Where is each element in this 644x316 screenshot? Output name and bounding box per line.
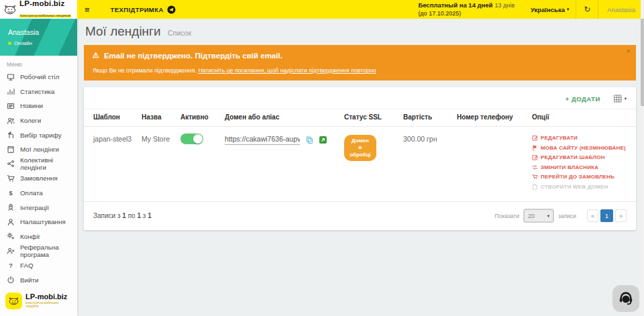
chart-icon — [7, 87, 15, 95]
cell-price: 300.00 грн — [399, 127, 453, 202]
orders-cart-icon — [7, 174, 15, 182]
topbar-main: ≡ ТЕХПІДТРИМКА Бесплатный на 14 дней13 д… — [77, 0, 644, 19]
support-link[interactable]: ТЕХПІДТРИМКА — [111, 5, 176, 14]
add-button-label: ДОДАТИ — [572, 95, 600, 103]
sidebar-item-integrations[interactable]: Інтеграції — [0, 200, 77, 215]
card-toolbar: + ДОДАТИ ▾ — [84, 87, 636, 109]
sidebar-item-label: Робочий стіл — [20, 73, 59, 81]
active-toggle[interactable] — [180, 134, 203, 144]
copy-domain-button[interactable] — [306, 136, 313, 144]
sidebar-item-referral[interactable]: Реферальна програма — [0, 244, 77, 258]
add-landing-button[interactable]: + ДОДАТИ — [566, 95, 600, 103]
table-header-row: Шаблон Назва Активно Домен або аліас Ста… — [84, 109, 636, 127]
alert-body-text: Якщо Ви не отримали підтвердження. — [93, 67, 197, 74]
option-label: ПЕРЕЙТИ ДО ЗАМОВЛЕНЬ — [541, 174, 614, 180]
trial-days-left: 13 днів — [494, 2, 515, 9]
option-label: СТВОРИТИ WEB ДОМЕН — [541, 184, 608, 190]
sidebar-item-label: Налаштування — [20, 218, 66, 225]
view-options-button[interactable]: ▾ — [614, 95, 627, 103]
pagination-prev-button[interactable]: « — [587, 209, 598, 222]
sidebar-item-colleagues[interactable]: Колеги — [0, 113, 77, 128]
col-header-ssl: Статус SSL — [340, 109, 399, 127]
pagination-page-1[interactable]: 1 — [600, 209, 613, 222]
alert-title-text: Email не підтверджено. Підтвердіть свій … — [104, 52, 282, 60]
grid-view-icon — [614, 95, 622, 103]
sidebar-footer-logo[interactable]: LP-mobi.biz Конструктор мобільних лендін… — [0, 287, 77, 316]
desktop-icon — [7, 73, 15, 81]
edit-icon — [532, 135, 538, 141]
resend-confirmation-link[interactable]: Натисніть це посилання, щоб надіслати пі… — [198, 67, 376, 74]
refresh-button[interactable]: ↻ — [576, 0, 598, 19]
colleagues-icon — [7, 117, 15, 125]
option-label: РЕДАГУВАТИ ШАБЛОН — [541, 154, 605, 160]
option-go-to-orders[interactable]: ПЕРЕЙТИ ДО ЗАМОВЛЕНЬ — [532, 174, 632, 180]
sidebar-item-config[interactable]: Конфіг — [0, 229, 77, 244]
language-selector[interactable]: Українська ▾ — [524, 0, 576, 19]
brand-title: LP-mobi.biz — [19, 0, 71, 8]
page-size-select[interactable]: 20 ▾ — [523, 209, 554, 223]
scrollbar-track[interactable] — [641, 0, 644, 316]
landings-table: Шаблон Назва Активно Домен або аліас Ста… — [84, 109, 636, 202]
chevron-down-icon: ▾ — [547, 213, 549, 219]
mascot-icon — [8, 296, 19, 306]
sidebar-item-collective-landings[interactable]: Колективні лендінги — [0, 157, 77, 172]
logout-power-icon — [7, 276, 15, 284]
option-edit[interactable]: РЕДАГУВАТИ — [532, 135, 632, 141]
online-status-dot — [8, 42, 11, 45]
option-change-owner[interactable]: ЗМІНИТИ ВЛАСНИКА — [532, 164, 632, 170]
sidebar-item-payment[interactable]: $ Оплата — [0, 186, 77, 201]
sidebar-item-label: Мої лендінги — [20, 146, 59, 153]
headset-icon — [618, 291, 634, 307]
cell-template: japan-steel3 — [84, 127, 138, 202]
sidebar-item-tariff[interactable]: Вибір тарифу — [0, 127, 77, 142]
page-size-value: 20 — [528, 213, 535, 219]
sidebar-item-settings[interactable]: Налаштування — [0, 215, 77, 229]
close-icon[interactable]: × — [627, 47, 631, 55]
col-header-domain: Домен або аліас — [221, 109, 340, 127]
topbar-brand-logo[interactable]: LP-mobi.biz Конструктор мобильных лендин… — [0, 0, 77, 19]
plus-icon: + — [566, 95, 570, 103]
table-footer: Записи з 1 по 1 з 1 Показати 20 ▾ записи… — [84, 202, 636, 230]
pagination-next-button[interactable]: » — [615, 209, 627, 222]
sidebar-item-desktop[interactable]: Робочий стіл — [0, 70, 77, 85]
sidebar-item-news[interactable]: Новини — [0, 99, 77, 113]
option-label: РЕДАГУВАТИ — [541, 135, 578, 141]
option-site-language[interactable]: МОВА САЙТУ (НЕЗМІНЮВАНЕ) — [532, 145, 632, 151]
records-word-label: записи — [558, 213, 576, 219]
scrollbar-thumb[interactable] — [641, 19, 644, 106]
sidebar-item-label: Конфіг — [20, 233, 40, 240]
page-title: Мої лендінги — [85, 24, 161, 38]
sidebar-item-logout[interactable]: Вийти — [0, 272, 77, 287]
sidebar-user-panel: Anastasia Онлайн — [0, 19, 77, 56]
col-header-phone: Номер телефону — [453, 109, 528, 127]
integrations-rocket-icon — [7, 203, 15, 211]
main-content: Мої лендінги Список ⚠ Email не підтвердж… — [77, 19, 644, 316]
topbar: LP-mobi.biz Конструктор мобильных лендин… — [0, 0, 644, 19]
sidebar-item-label: Колективні лендінги — [20, 156, 70, 171]
option-edit-template[interactable]: РЕДАГУВАТИ ШАБЛОН — [532, 154, 632, 160]
cell-name: My Store — [138, 127, 176, 202]
col-header-price: Вартість — [399, 109, 453, 127]
hamburger-menu-icon[interactable]: ≡ — [77, 5, 97, 15]
sidebar-item-statistics[interactable]: Статистика — [0, 85, 77, 99]
sidebar-item-label: Реферальна програма — [20, 244, 70, 258]
option-label: ЗМІНИТИ ВЛАСНИКА — [541, 164, 598, 170]
warning-icon: ⚠ — [93, 51, 99, 60]
col-header-template: Шаблон — [84, 109, 138, 127]
sidebar-item-label: Новини — [20, 102, 43, 109]
domain-input[interactable]: https://cakawi7636-aupvs-com-42 — [225, 135, 300, 145]
edit-icon — [532, 154, 538, 160]
page-size-label: Показати — [495, 213, 519, 219]
records-info: Записи з 1 по 1 з 1 — [93, 212, 152, 219]
sidebar-item-faq[interactable]: ? FAQ — [0, 258, 77, 273]
support-chat-button[interactable] — [612, 285, 639, 312]
open-domain-button[interactable] — [319, 136, 327, 144]
payment-dollar-icon: $ — [7, 190, 15, 197]
page-header: Мої лендінги Список — [77, 19, 644, 43]
topbar-username[interactable]: Anastasia — [598, 6, 644, 13]
cart-icon — [532, 174, 538, 180]
sidebar-item-orders[interactable]: Замовлення — [0, 171, 77, 186]
footer-logo-box — [5, 293, 22, 309]
sidebar-item-my-landings[interactable]: Мої лендінги — [0, 142, 77, 157]
col-header-options: Опції — [528, 109, 636, 127]
